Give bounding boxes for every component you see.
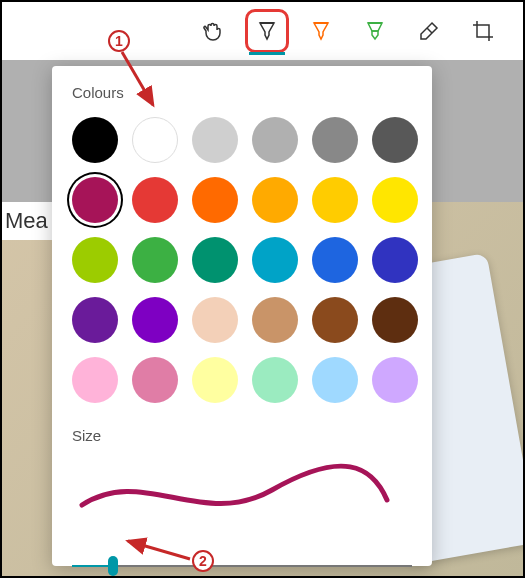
colour-swatch[interactable] xyxy=(192,297,238,343)
eraser-icon xyxy=(417,19,441,43)
colour-swatch[interactable] xyxy=(312,297,358,343)
colour-swatch[interactable] xyxy=(312,177,358,223)
colour-swatch[interactable] xyxy=(312,237,358,283)
colour-swatch[interactable] xyxy=(192,177,238,223)
stroke-preview-icon xyxy=(72,460,392,520)
colour-swatch[interactable] xyxy=(312,357,358,403)
toolbar xyxy=(2,2,523,60)
colour-swatch[interactable] xyxy=(192,117,238,163)
colour-swatch[interactable] xyxy=(312,117,358,163)
colour-swatch[interactable] xyxy=(252,177,298,223)
highlighter-tool[interactable] xyxy=(359,15,391,47)
svg-line-1 xyxy=(128,541,190,559)
colour-swatch[interactable] xyxy=(372,357,418,403)
colour-swatch[interactable] xyxy=(252,357,298,403)
colour-swatch[interactable] xyxy=(372,177,418,223)
colour-swatch[interactable] xyxy=(72,117,118,163)
colour-swatch[interactable] xyxy=(192,237,238,283)
eraser-tool[interactable] xyxy=(413,15,445,47)
crop-tool[interactable] xyxy=(467,15,499,47)
pen-icon xyxy=(255,19,279,43)
callout-1: 1 xyxy=(108,30,130,52)
colour-swatch[interactable] xyxy=(72,357,118,403)
colour-swatch-grid xyxy=(72,117,412,403)
pencil-icon xyxy=(309,19,333,43)
colour-swatch[interactable] xyxy=(252,237,298,283)
slider-thumb[interactable] xyxy=(108,556,118,576)
colour-swatch[interactable] xyxy=(132,357,178,403)
colour-swatch[interactable] xyxy=(372,117,418,163)
ballpoint-pen-tool[interactable] xyxy=(251,15,283,47)
touch-writing-tool[interactable] xyxy=(197,15,229,47)
crop-icon xyxy=(471,19,495,43)
svg-line-0 xyxy=(122,52,153,105)
arrow-2-icon xyxy=(122,535,194,565)
colour-swatch[interactable] xyxy=(252,297,298,343)
highlighter-icon xyxy=(363,19,387,43)
pencil-tool[interactable] xyxy=(305,15,337,47)
size-preview xyxy=(72,460,412,524)
size-heading: Size xyxy=(72,427,412,444)
colour-swatch[interactable] xyxy=(132,297,178,343)
slider-fill xyxy=(72,565,113,567)
hand-icon xyxy=(201,19,225,43)
colour-swatch[interactable] xyxy=(372,297,418,343)
slider-track xyxy=(72,565,412,567)
colour-swatch[interactable] xyxy=(252,117,298,163)
colour-swatch[interactable] xyxy=(132,117,178,163)
colour-swatch[interactable] xyxy=(72,237,118,283)
pen-settings-panel: Colours Size xyxy=(52,66,432,566)
callout-2: 2 xyxy=(192,550,214,572)
colour-swatch[interactable] xyxy=(132,177,178,223)
arrow-1-icon xyxy=(117,47,167,117)
colour-swatch[interactable] xyxy=(192,357,238,403)
colour-swatch[interactable] xyxy=(72,177,118,223)
colour-swatch[interactable] xyxy=(372,237,418,283)
colour-swatch[interactable] xyxy=(72,297,118,343)
cropped-background-text: Mea xyxy=(2,202,54,240)
colour-swatch[interactable] xyxy=(132,237,178,283)
